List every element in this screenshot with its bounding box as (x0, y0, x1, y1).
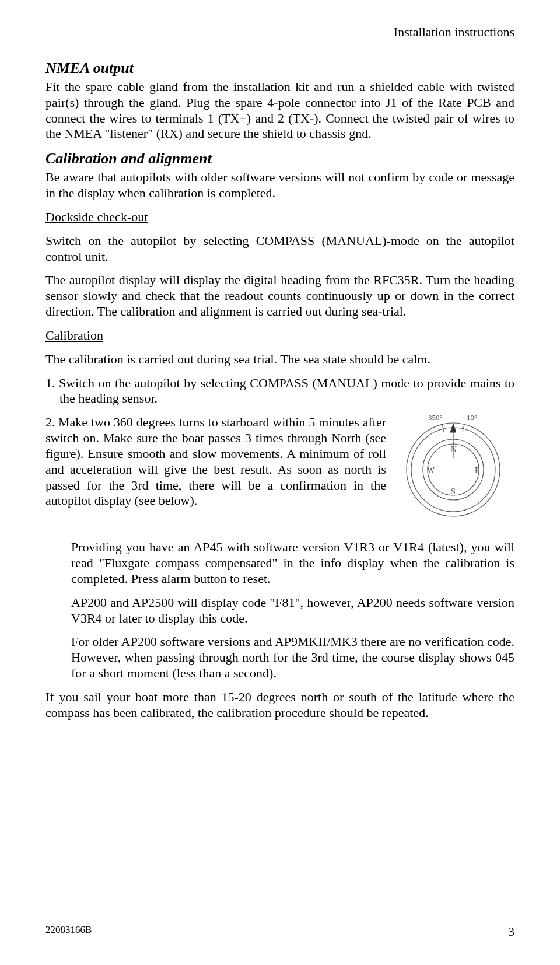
tick-10: 10° (467, 413, 477, 422)
para-dockside-1: Switch on the autopilot by selecting COM… (46, 233, 514, 265)
calibration-label: Calibration (46, 328, 103, 342)
svg-line-5 (463, 425, 464, 432)
heading-nmea-output: NMEA output (46, 60, 514, 77)
para-calib-intro: Be aware that autopilots with older soft… (46, 170, 514, 201)
step-1: 1. Switch on the autopilot by selecting … (46, 376, 514, 407)
compass-n: N (451, 445, 457, 454)
note-ap200-ap2500: AP200 and AP2500 will display code "F81"… (71, 595, 514, 627)
compass-icon: 350° 10° N E S W (392, 405, 514, 522)
version-notes: Providing you have an AP45 with software… (71, 540, 514, 681)
header-right: Installation instructions (46, 25, 514, 40)
para-nmea: Fit the spare cable gland from the insta… (46, 79, 514, 142)
step-2-text: Make two 360 degrees turns to starboard … (46, 415, 386, 508)
svg-marker-7 (450, 424, 456, 432)
subhead-calibration: Calibration (46, 328, 514, 344)
compass-s: S (451, 487, 456, 496)
step-2-num: 2. (46, 415, 58, 431)
step-1-text: Switch on the autopilot by selecting COM… (59, 376, 514, 406)
compass-e: E (475, 466, 480, 475)
step-1-num: 1. (46, 376, 55, 390)
calibration-steps: 1. Switch on the autopilot by selecting … (46, 376, 514, 407)
subhead-dockside: Dockside check-out (46, 209, 514, 225)
heading-calibration: Calibration and alignment (46, 150, 514, 167)
para-dockside-2: The autopilot display will display the d… (46, 272, 514, 319)
compass-w: W (427, 466, 435, 475)
para-latitude-repeat: If you sail your boat more than 15-20 de… (46, 690, 514, 721)
para-calib-sea: The calibration is carried out during se… (46, 352, 514, 368)
page: Installation instructions NMEA output Fi… (0, 0, 560, 965)
dockside-label: Dockside check-out (46, 209, 148, 224)
footer-docid: 22083166B (46, 924, 92, 939)
tick-350: 350° (428, 413, 443, 422)
compass-figure: 350° 10° N E S W (392, 405, 514, 525)
svg-line-4 (442, 425, 444, 432)
note-older-ap200: For older AP200 software versions and AP… (71, 634, 514, 681)
step-2: 2.Make two 360 degrees turns to starboar… (46, 415, 386, 509)
page-footer: 22083166B 3 (46, 924, 514, 939)
step-2-row: 2.Make two 360 degrees turns to starboar… (46, 415, 514, 525)
note-ap45: Providing you have an AP45 with software… (71, 540, 514, 586)
footer-page-number: 3 (508, 924, 514, 939)
